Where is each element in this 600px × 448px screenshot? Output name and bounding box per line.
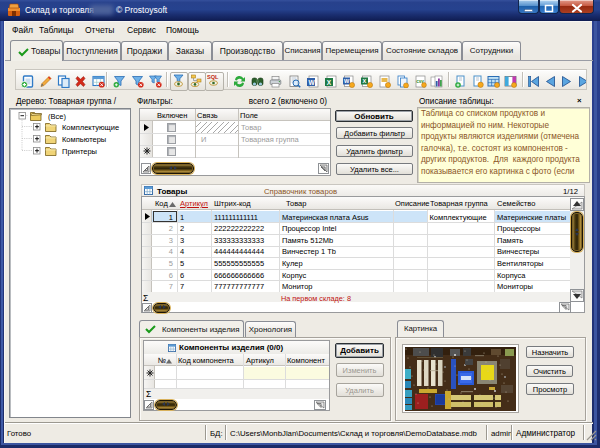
svg-text:X: X	[327, 79, 332, 86]
svg-text:W: W	[344, 78, 350, 84]
svg-text:SQL: SQL	[207, 74, 219, 80]
svg-text:X: X	[363, 78, 367, 84]
svg-text:W: W	[308, 79, 315, 86]
